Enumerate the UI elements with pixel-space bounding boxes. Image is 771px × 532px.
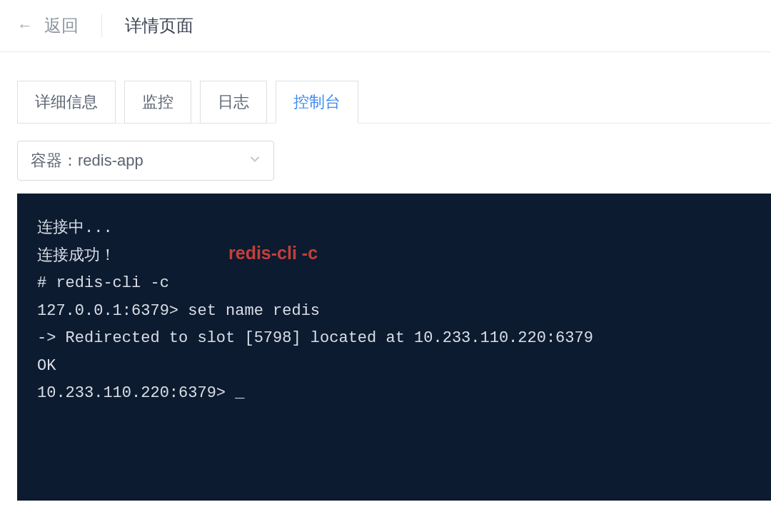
terminal-line: -> Redirected to slot [5798] located at … [37, 325, 751, 353]
header-bar: ← 返回 详情页面 [0, 0, 771, 51]
tabs: 详细信息 监控 日志 控制台 [0, 52, 771, 124]
selector-label: 容器：redis-app [31, 150, 143, 171]
tab-detail[interactable]: 详细信息 [17, 81, 116, 124]
annotation-label: redis-cli -c [228, 238, 318, 269]
arrow-left-icon: ← [17, 16, 33, 35]
tab-label: 监控 [142, 93, 173, 111]
chevron-down-icon [249, 154, 261, 169]
tab-label: 详细信息 [35, 93, 98, 111]
tab-logs[interactable]: 日志 [200, 81, 267, 124]
page-title: 详情页面 [125, 14, 193, 37]
back-button[interactable]: ← 返回 [17, 14, 79, 37]
terminal-line: OK [37, 353, 751, 381]
terminal-line: 10.233.110.220:6379> _ [37, 380, 751, 408]
selector-row: 容器：redis-app [0, 124, 771, 194]
terminal-line: 127.0.0.1:6379> set name redis [37, 298, 751, 326]
tab-monitor[interactable]: 监控 [124, 81, 191, 124]
tab-label: 日志 [218, 93, 249, 111]
container-selector[interactable]: 容器：redis-app [17, 141, 274, 181]
terminal-line: 连接中... [37, 215, 751, 243]
tab-label: 控制台 [293, 93, 341, 111]
divider [101, 14, 102, 37]
terminal-line: 连接成功！ [37, 243, 751, 271]
terminal-line: # redis-cli -c [37, 270, 751, 298]
tab-console[interactable]: 控制台 [276, 81, 358, 124]
terminal[interactable]: redis-cli -c 连接中... 连接成功！ # redis-cli -c… [17, 194, 771, 501]
back-label: 返回 [44, 14, 79, 37]
